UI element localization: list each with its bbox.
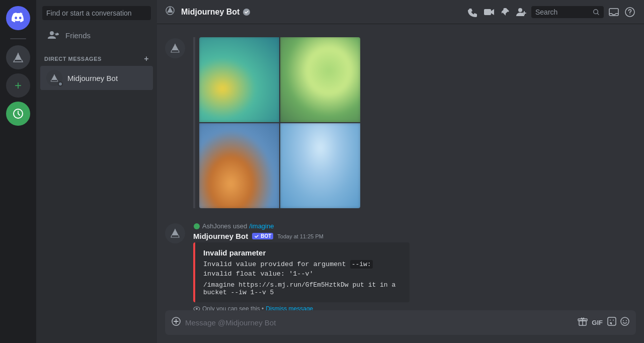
image-msg-avatar-wrap bbox=[165, 38, 185, 58]
dm-item-midjourney[interactable]: Midjourney Bot bbox=[40, 66, 153, 90]
message-header: Midjourney Bot BOT Today at 11:25 PM bbox=[193, 232, 636, 240]
message-input-field[interactable] bbox=[185, 312, 574, 333]
search-icon bbox=[593, 8, 600, 16]
error-detail-suffix: invalid float value: '1--v' bbox=[203, 270, 313, 278]
error-msg-avatar bbox=[165, 223, 185, 243]
error-detail: Invalid value provided for argument --iw… bbox=[203, 260, 401, 279]
pin-button[interactable] bbox=[499, 6, 511, 18]
image-grid[interactable] bbox=[199, 37, 360, 208]
rail-divider-1 bbox=[10, 38, 26, 39]
call-button[interactable] bbox=[467, 6, 479, 18]
error-title: Invalid parameter bbox=[203, 248, 401, 257]
image-bl bbox=[199, 123, 279, 208]
command-used-line: AshJones used /imagine bbox=[193, 222, 636, 230]
message-input-bar: GIF bbox=[165, 310, 636, 335]
messages-area[interactable]: AshJones used /imagine Midjourney Bot BO… bbox=[157, 24, 644, 310]
only-you-text: Only you can see this • bbox=[202, 305, 264, 310]
bot-badge: BOT bbox=[252, 233, 273, 239]
svg-point-19 bbox=[623, 320, 624, 321]
verified-check-icon bbox=[254, 234, 259, 239]
command-used-text: used bbox=[233, 222, 247, 230]
image-tr bbox=[280, 37, 360, 122]
search-bar bbox=[36, 0, 157, 24]
friends-icon bbox=[46, 28, 60, 42]
image-tl bbox=[199, 37, 279, 122]
svg-point-20 bbox=[626, 320, 627, 321]
image-cell-tl[interactable] bbox=[199, 37, 279, 122]
dm-section-label: DIRECT MESSAGES bbox=[44, 56, 102, 62]
gif-button[interactable]: GIF bbox=[591, 313, 604, 332]
sticker-button[interactable] bbox=[607, 310, 617, 335]
server-rail: + bbox=[0, 0, 36, 343]
find-conversation-field[interactable] bbox=[46, 9, 147, 17]
error-command: /imagine https://s.mj.run/GfEm5HztkDw pu… bbox=[203, 281, 401, 296]
header-search-bar[interactable] bbox=[531, 6, 604, 18]
image-msg-avatar bbox=[165, 38, 185, 58]
error-detail-arg: --iw: bbox=[350, 260, 373, 269]
input-right-icons: GIF bbox=[578, 310, 630, 335]
main-content: Midjourney Bot bbox=[157, 0, 644, 343]
svg-point-11 bbox=[196, 308, 198, 310]
add-server-button[interactable]: + bbox=[6, 73, 30, 98]
friends-nav-item[interactable]: Friends bbox=[40, 24, 153, 46]
explore-servers-button[interactable] bbox=[6, 102, 30, 126]
svg-point-16 bbox=[610, 320, 611, 321]
channel-name: Midjourney Bot bbox=[181, 8, 251, 17]
error-embed: Invalid parameter Invalid value provided… bbox=[193, 242, 410, 302]
video-button[interactable] bbox=[483, 6, 495, 18]
dm-section-header: DIRECT MESSAGES + bbox=[36, 46, 157, 65]
message-timestamp: Today at 11:25 PM bbox=[277, 233, 324, 239]
dm-sidebar: Friends DIRECT MESSAGES + Midjourney Bot bbox=[36, 0, 157, 343]
verified-icon bbox=[243, 8, 251, 16]
friends-label: Friends bbox=[65, 31, 91, 40]
svg-point-4 bbox=[518, 8, 522, 12]
find-conversation-input[interactable] bbox=[42, 6, 151, 20]
header-actions bbox=[467, 6, 636, 18]
error-msg-avatar-wrap bbox=[165, 223, 185, 243]
svg-point-9 bbox=[194, 223, 200, 229]
bot-label: BOT bbox=[261, 233, 271, 239]
dm-item-name: Midjourney Bot bbox=[67, 74, 118, 82]
error-message-group: AshJones used /imagine Midjourney Bot BO… bbox=[157, 221, 644, 310]
help-button[interactable] bbox=[624, 6, 636, 18]
add-attachment-button[interactable] bbox=[171, 310, 181, 335]
image-cell-br[interactable] bbox=[280, 123, 360, 208]
svg-point-18 bbox=[621, 317, 629, 325]
dismiss-message-link[interactable]: Dismiss message bbox=[266, 305, 313, 310]
emoji-button[interactable] bbox=[620, 310, 630, 335]
image-cell-bl[interactable] bbox=[199, 123, 279, 208]
discord-logo[interactable] bbox=[6, 6, 30, 30]
svg-rect-3 bbox=[484, 9, 491, 15]
header-search-input[interactable] bbox=[535, 8, 591, 16]
command-user: AshJones bbox=[202, 222, 231, 230]
inbox-button[interactable] bbox=[608, 6, 620, 18]
new-dm-button[interactable]: + bbox=[144, 54, 149, 63]
command-link[interactable]: /imagine bbox=[249, 222, 274, 230]
bot-username[interactable]: Midjourney Bot bbox=[193, 232, 248, 240]
dm-avatar-midjourney bbox=[46, 70, 62, 86]
bot-green-icon bbox=[193, 223, 200, 230]
server-icon-sailboat[interactable] bbox=[6, 45, 30, 69]
image-message-group bbox=[157, 36, 644, 213]
channel-header: Midjourney Bot bbox=[157, 0, 644, 24]
svg-point-8 bbox=[629, 14, 630, 14]
gift-button[interactable] bbox=[578, 310, 588, 335]
image-cell-tr[interactable] bbox=[280, 37, 360, 122]
svg-point-17 bbox=[613, 320, 614, 321]
only-you-line: Only you can see this • Dismiss message bbox=[193, 305, 636, 310]
error-detail-prefix: Invalid value provided for argument bbox=[203, 261, 350, 268]
add-friend-button[interactable] bbox=[515, 6, 527, 18]
image-br bbox=[280, 123, 360, 208]
message-input-area: GIF bbox=[157, 310, 644, 343]
status-dot bbox=[58, 81, 63, 87]
eye-icon bbox=[193, 306, 200, 310]
image-grid-container bbox=[193, 37, 636, 208]
channel-at-icon bbox=[165, 6, 175, 18]
